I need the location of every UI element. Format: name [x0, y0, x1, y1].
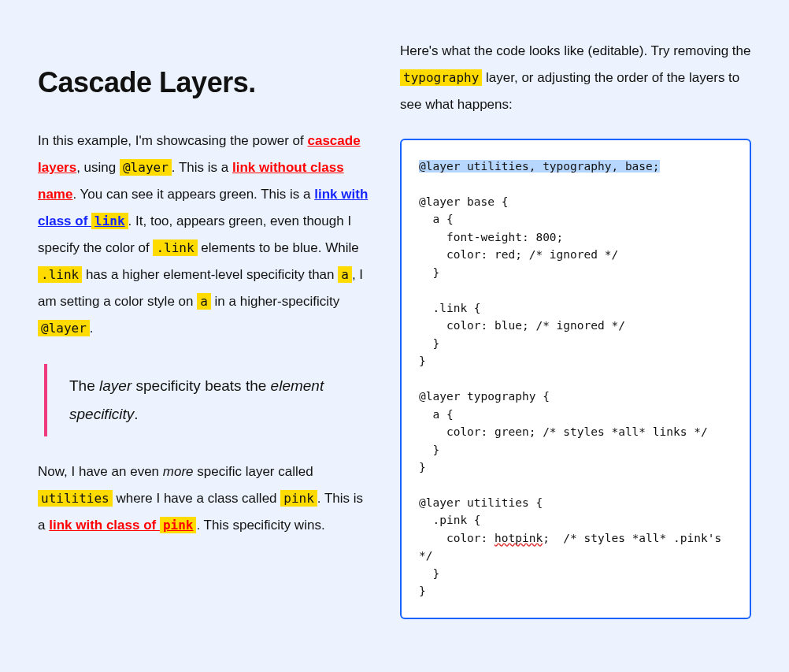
- em-layer: layer: [99, 377, 132, 394]
- text: . You can see it appears green. This is …: [72, 187, 314, 202]
- code-editor[interactable]: @layer utilities, typography, base; @lay…: [400, 139, 751, 619]
- code-utilities: utilities: [38, 490, 113, 507]
- code-dot-link: .link: [38, 266, 82, 283]
- page: Cascade Layers. In this example, I'm sho…: [0, 0, 789, 672]
- text: , using: [76, 160, 120, 175]
- code-hotpink-value: hotpink: [495, 532, 543, 544]
- code-at-layer: @layer: [38, 320, 90, 336]
- text: . This specificity wins.: [196, 518, 324, 533]
- code-line: }: [419, 266, 439, 279]
- blockquote-text: The layer specificity beats the element …: [69, 372, 369, 429]
- code-typography: typography: [400, 69, 482, 86]
- paragraph-1: In this example, I'm showcasing the powe…: [38, 128, 369, 342]
- code-line: .pink {: [419, 514, 481, 526]
- code-line: }: [419, 355, 426, 367]
- code-dot-link: .link: [153, 239, 197, 256]
- text: has a higher element-level specificity t…: [82, 267, 338, 282]
- code-line: @layer typography {: [419, 390, 550, 403]
- text: . This is a: [172, 160, 232, 175]
- text: In this example, I'm showcasing the powe…: [38, 133, 307, 148]
- paragraph-2: Now, I have an even more specific layer …: [38, 459, 369, 539]
- code-line: }: [419, 585, 426, 597]
- code-pink: pink: [280, 490, 317, 507]
- code-link: link: [91, 213, 128, 229]
- code-line: color: green; /* styles *all* links */: [419, 425, 708, 438]
- code-line: .link {: [419, 302, 481, 314]
- code-line: }: [419, 567, 439, 580]
- text: specificity beats the: [132, 377, 270, 394]
- blockquote: The layer specificity beats the element …: [44, 364, 369, 436]
- code-line: color: hotpink; /* styles *all* .pink's …: [419, 532, 728, 562]
- code-pink: pink: [160, 517, 197, 533]
- text: elements to be blue. While: [198, 240, 359, 255]
- text: where I have a class called: [113, 491, 281, 506]
- code-line: font-weight: 800;: [419, 231, 563, 243]
- code-line: color: blue; /* ignored */: [419, 319, 625, 332]
- code-a: a: [338, 266, 352, 283]
- code-line: a {: [419, 408, 454, 421]
- text: Here's what the code looks like (editabl…: [400, 43, 750, 58]
- text: .: [134, 406, 138, 422]
- link-with-class-pink[interactable]: link with class of pink: [49, 517, 196, 533]
- article-column: Cascade Layers. In this example, I'm sho…: [38, 38, 369, 634]
- code-line-layer-declaration: @layer utilities, typography, base;: [419, 160, 660, 173]
- code-line: a {: [419, 213, 454, 225]
- code-line: color: red; /* ignored */: [419, 248, 618, 261]
- editor-intro: Here's what the code looks like (editabl…: [400, 38, 751, 118]
- code-content[interactable]: @layer utilities, typography, base; @lay…: [419, 158, 732, 600]
- code-line: @layer base {: [419, 195, 509, 208]
- text: .: [90, 321, 94, 336]
- text: Now, I have an even: [38, 464, 163, 479]
- link-text: link with class of: [49, 518, 160, 533]
- code-line: }: [419, 461, 426, 473]
- code-line: @layer utilities {: [419, 496, 543, 509]
- code-a: a: [197, 293, 211, 310]
- text: specific layer called: [194, 464, 313, 479]
- text: in a higher-specificity: [211, 294, 339, 309]
- page-title: Cascade Layers.: [38, 66, 369, 99]
- text: The: [69, 377, 99, 394]
- em-more: more: [163, 464, 194, 479]
- code-at-layer: @layer: [120, 159, 172, 176]
- code-line: }: [419, 444, 439, 456]
- code-column: Here's what the code looks like (editabl…: [400, 38, 751, 634]
- code-line: }: [419, 337, 439, 350]
